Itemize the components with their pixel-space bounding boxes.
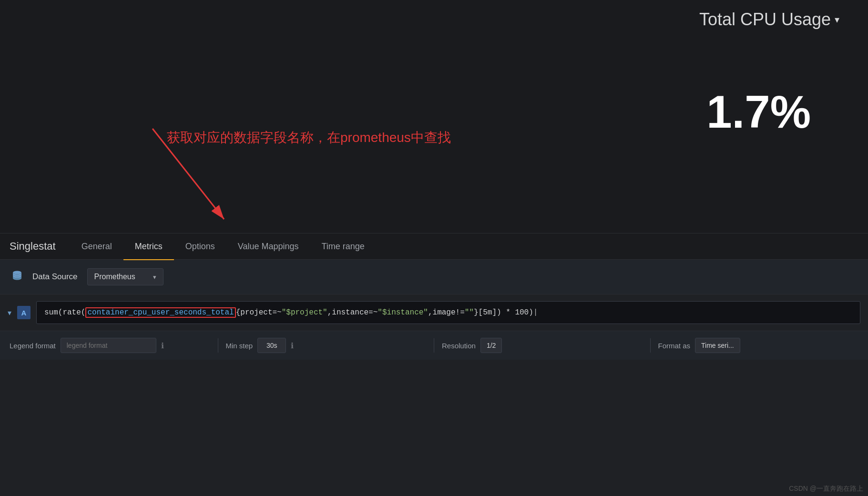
- datasource-row: Data Source Prometheus ▾: [0, 260, 868, 294]
- divider-2: [434, 338, 434, 353]
- format-as-value: Time seri...: [695, 338, 740, 353]
- min-step-group: Min step 30s ℹ: [226, 338, 427, 353]
- code-suffix: }[5m]) * 100): [474, 308, 533, 317]
- min-step-label: Min step: [226, 342, 253, 350]
- panel-label: Singlestat: [10, 240, 56, 253]
- code-prefix: sum(rate(: [44, 308, 85, 317]
- options-row: Legend format ℹ Min step 30s ℹ Resolutio…: [0, 331, 868, 360]
- top-panel: Total CPU Usage ▾ 1.7% 获取对应的数据字段名称，在prom…: [0, 0, 868, 233]
- tab-value-mappings[interactable]: Value Mappings: [226, 234, 310, 260]
- database-icon: [11, 270, 23, 284]
- datasource-value: Prometheus: [94, 273, 149, 281]
- tab-options[interactable]: Options: [174, 234, 226, 260]
- code-project-str: "$project": [282, 308, 327, 317]
- annotation-container: 获取对应的数据字段名称，在prometheus中查找: [167, 129, 451, 147]
- legend-format-group: Legend format ℹ: [10, 338, 210, 353]
- resolution-label: Resolution: [442, 342, 476, 350]
- query-row: ▾ A sum(rate(container_cpu_user_seconds_…: [0, 294, 868, 331]
- resolution-value: 1/2: [480, 338, 502, 353]
- tab-time-range[interactable]: Time range: [310, 234, 376, 260]
- tab-general[interactable]: General: [70, 234, 123, 260]
- datasource-label: Data Source: [32, 272, 78, 282]
- panel-title-chevron-icon[interactable]: ▾: [835, 14, 839, 25]
- min-step-info-icon[interactable]: ℹ: [291, 341, 294, 350]
- svg-point-2: [13, 271, 21, 274]
- code-brace-open: {project=~: [236, 308, 282, 317]
- tab-bar: Singlestat General Metrics Options Value…: [0, 233, 868, 260]
- format-as-label: Format as: [658, 342, 691, 350]
- code-image-str: "": [465, 308, 474, 317]
- resolution-group: Resolution 1/2: [442, 338, 643, 353]
- code-image-part: ,image!=: [428, 308, 465, 317]
- metric-value: 1.7%: [706, 86, 811, 138]
- watermark: CSDN @一直奔跑在路上: [784, 482, 868, 496]
- editor-panel: Singlestat General Metrics Options Value…: [0, 233, 868, 496]
- min-step-value: 30s: [257, 338, 286, 353]
- query-letter: A: [17, 306, 31, 319]
- tab-metrics[interactable]: Metrics: [123, 234, 174, 260]
- datasource-chevron-icon: ▾: [153, 273, 156, 281]
- code-highlighted-metric: container_cpu_user_seconds_total: [85, 307, 235, 318]
- panel-title-container[interactable]: Total CPU Usage ▾: [699, 10, 839, 30]
- annotation-text: 获取对应的数据字段名称，在prometheus中查找: [167, 130, 451, 145]
- datasource-select[interactable]: Prometheus ▾: [87, 268, 163, 285]
- legend-format-label: Legend format: [10, 342, 56, 350]
- query-toggle[interactable]: ▾: [8, 308, 11, 317]
- code-instance-str: "$instance": [378, 308, 428, 317]
- legend-format-info-icon[interactable]: ℹ: [161, 341, 164, 350]
- legend-format-input[interactable]: [61, 338, 156, 353]
- panel-title: Total CPU Usage: [699, 10, 831, 30]
- divider-1: [218, 338, 218, 353]
- code-comma1: ,instance=~: [327, 308, 378, 317]
- query-code-container[interactable]: sum(rate(container_cpu_user_seconds_tota…: [36, 301, 860, 324]
- format-group: Format as Time seri...: [658, 338, 859, 353]
- divider-3: [650, 338, 651, 353]
